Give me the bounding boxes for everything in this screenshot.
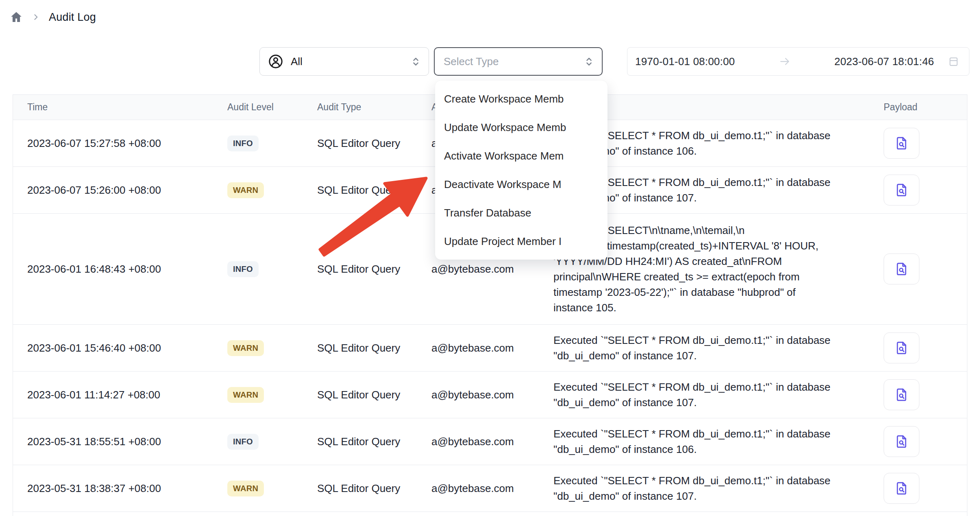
cell-payload (873, 254, 968, 284)
cell-actor: a@bytebase.com (421, 389, 539, 401)
arrow-right-icon (779, 55, 791, 68)
cell-payload (873, 128, 968, 159)
cell-audit-type: SQL Editor Query (303, 482, 421, 495)
view-payload-button[interactable] (884, 332, 919, 363)
type-option-create-workspace-member[interactable]: Create Workspace Memb (435, 85, 608, 113)
cell-comment: Executed `"SELECT * FROM db_ui_demo.t1;"… (539, 332, 873, 363)
view-payload-button[interactable] (884, 379, 919, 410)
cell-audit-level: WARN (213, 481, 303, 496)
chevron-right-icon (32, 13, 40, 21)
cell-audit-level: WARN (213, 387, 303, 403)
document-search-icon (894, 136, 909, 151)
header-audit-level: Audit Level (213, 102, 303, 113)
document-search-icon (894, 261, 909, 277)
type-filter-placeholder: Select Type (444, 55, 499, 68)
cell-actor: a@bytebase.com (421, 263, 539, 275)
header-audit-type: Audit Type (303, 102, 421, 113)
cell-time: 2023-06-07 15:26:00 +08:00 (13, 184, 213, 197)
select-arrows-icon (584, 56, 595, 67)
cell-actor: a@bytebase.com (421, 435, 539, 448)
cell-audit-level: INFO (213, 434, 303, 450)
type-filter-select[interactable]: Select Type (434, 47, 603, 76)
cell-audit-type: SQL Editor Query (303, 184, 421, 197)
type-dropdown-menu: Create Workspace Memb Update Workspace M… (435, 81, 608, 260)
document-search-icon (894, 182, 909, 198)
cell-comment: Executed `"SELECT * FROM db_ui_demo.t1;"… (539, 379, 873, 410)
cell-actor: a@bytebase.com (421, 342, 539, 354)
type-option-transfer-database[interactable]: Transfer Database (435, 199, 608, 227)
table-row: 2023-05-31 18:38:37 +08:00 WARN SQL Edit… (13, 465, 967, 512)
person-icon (268, 54, 283, 69)
calendar-icon (948, 56, 959, 67)
date-range-end[interactable]: 2023-06-07 18:01:46 (834, 55, 934, 68)
cell-audit-type: SQL Editor Query (303, 389, 421, 401)
cell-audit-type: SQL Editor Query (303, 137, 421, 150)
view-payload-button[interactable] (884, 175, 919, 206)
actor-filter-select[interactable]: All (259, 47, 429, 76)
header-time: Time (13, 102, 213, 113)
actor-filter-value: All (291, 55, 303, 68)
audit-log-page: Audit Log All Select Type 1970-01 (0, 0, 980, 516)
cell-payload (873, 379, 968, 410)
cell-audit-level: WARN (213, 340, 303, 356)
table-row: 2023-06-01 15:46:40 +08:00 WARN SQL Edit… (13, 325, 967, 372)
view-payload-button[interactable] (884, 473, 919, 504)
table-row: 2023-06-01 11:14:27 +08:00 WARN SQL Edit… (13, 372, 967, 418)
cell-audit-level: INFO (213, 136, 303, 151)
view-payload-button[interactable] (884, 426, 919, 457)
table-row: 2023-05-31 18:55:51 +08:00 INFO SQL Edit… (13, 418, 967, 465)
date-range-start[interactable]: 1970-01-01 08:00:00 (635, 55, 735, 68)
status-badge: INFO (227, 136, 259, 151)
cell-actor: a@bytebase.com (421, 482, 539, 495)
document-search-icon (894, 340, 909, 356)
type-option-update-workspace-member[interactable]: Update Workspace Memb (435, 113, 608, 142)
cell-audit-type: SQL Editor Query (303, 263, 421, 275)
status-badge: INFO (227, 434, 259, 450)
status-badge: INFO (227, 261, 259, 277)
document-search-icon (894, 387, 909, 402)
cell-audit-level: INFO (213, 261, 303, 277)
status-badge: WARN (227, 387, 264, 403)
cell-time: 2023-06-01 16:48:43 +08:00 (13, 263, 213, 275)
document-search-icon (894, 434, 909, 449)
cell-payload (873, 426, 968, 457)
cell-time: 2023-05-31 18:55:51 +08:00 (13, 435, 213, 448)
breadcrumb: Audit Log (10, 11, 96, 24)
select-arrows-icon (410, 56, 421, 67)
cell-time: 2023-06-07 15:27:58 +08:00 (13, 137, 213, 150)
view-payload-button[interactable] (884, 254, 919, 284)
status-badge: WARN (227, 182, 264, 198)
type-option-update-project-member[interactable]: Update Project Member I (435, 227, 608, 256)
cell-payload (873, 332, 968, 363)
cell-comment: Executed `"SELECT * FROM db_ui_demo.t1;"… (539, 473, 873, 504)
cell-time: 2023-05-31 18:38:37 +08:00 (13, 482, 213, 495)
document-search-icon (894, 481, 909, 496)
type-option-deactivate-workspace-member[interactable]: Deactivate Workspace M (435, 170, 608, 199)
cell-payload (873, 175, 968, 206)
cell-audit-level: WARN (213, 182, 303, 198)
cell-time: 2023-06-01 15:46:40 +08:00 (13, 342, 213, 354)
header-payload: Payload (873, 102, 968, 113)
cell-time: 2023-06-01 11:14:27 +08:00 (13, 389, 213, 401)
view-payload-button[interactable] (884, 128, 919, 159)
home-icon[interactable] (10, 11, 23, 24)
type-option-activate-workspace-member[interactable]: Activate Workspace Mem (435, 142, 608, 170)
date-range-picker[interactable]: 1970-01-01 08:00:00 2023-06-07 18:01:46 (627, 47, 969, 76)
cell-audit-type: SQL Editor Query (303, 435, 421, 448)
page-title: Audit Log (49, 11, 96, 24)
cell-comment: Executed `"SELECT * FROM db_ui_demo.t1;"… (539, 426, 873, 457)
status-badge: WARN (227, 340, 264, 356)
filter-bar: All Select Type 1970-01-01 08:00:00 2023… (0, 47, 980, 76)
cell-audit-type: SQL Editor Query (303, 342, 421, 354)
status-badge: WARN (227, 481, 264, 496)
cell-payload (873, 473, 968, 504)
